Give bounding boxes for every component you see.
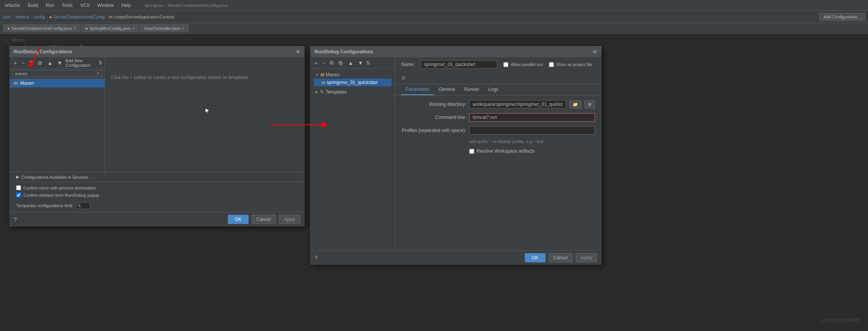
dialog2-ok-button[interactable]: OK	[525, 253, 545, 262]
dialog1-footer-buttons: OK Cancel Apply	[228, 215, 300, 224]
menu-refactor[interactable]: refactor	[3, 2, 22, 9]
tab-parameters[interactable]: Parameters	[401, 84, 434, 95]
dialog1-help-button[interactable]: ?	[14, 216, 17, 222]
menu-vcs[interactable]: VCS	[79, 2, 91, 9]
tab-general[interactable]: General	[434, 84, 460, 95]
dialog2-cancel-button[interactable]: Cancel	[549, 253, 573, 262]
tree-item-springmvc[interactable]: m springmvc_01_quickstart	[314, 79, 391, 86]
file-tab-close-user[interactable]: ✕	[182, 26, 185, 31]
option-rerun-label: Confirm rerun with process termination	[23, 186, 96, 190]
dialog1-cancel-button[interactable]: Cancel	[252, 215, 276, 224]
dialog2-up-button[interactable]: ▲	[346, 59, 355, 67]
tab-logs[interactable]: Logs	[484, 84, 503, 95]
menu-window[interactable]: Window	[96, 2, 115, 9]
bc-class[interactable]: ServletContainersInitConfig	[53, 15, 105, 19]
dialog1-footer: ? OK Cancel Apply	[10, 212, 304, 226]
dialog2-remove-button[interactable]: −	[321, 59, 327, 67]
bc-itheima[interactable]: itheima	[15, 15, 29, 19]
temp-limit-input[interactable]	[76, 202, 90, 209]
menu-bar: refactor Build Run Tools VCS Window Help…	[0, 0, 868, 11]
bc-method[interactable]: createServletApplicationContext	[114, 15, 174, 19]
option-rerun-checkbox[interactable]	[16, 185, 21, 190]
templates-label: Templates	[326, 89, 347, 95]
dialog1-list: m Maven	[10, 79, 105, 172]
config-name-input[interactable]	[421, 60, 497, 69]
dialog2-footer-buttons: OK Cancel Apply	[525, 253, 597, 262]
tree-templates-header[interactable]: ▶ ✎ Templates	[314, 88, 391, 96]
option-deletion-checkbox[interactable]	[16, 193, 21, 198]
dialog2-sort-button[interactable]: ⇅	[366, 60, 370, 66]
dialog1-sort-button[interactable]: ⇅	[98, 60, 102, 66]
file-tab-servlet[interactable]: ● ServletContainersInitConfig.java ✕	[3, 24, 80, 32]
working-directory-browse-button[interactable]: 📁	[569, 100, 581, 109]
maven-group-label: Maven	[326, 72, 339, 77]
command-line-input[interactable]	[469, 113, 595, 122]
allow-parallel-row: Allow parallel run	[503, 62, 543, 67]
resolve-workspace-label: Resolve Workspace artifacts	[477, 148, 535, 154]
dialog1-close-button[interactable]: ✕	[296, 49, 300, 55]
dialog2-settings-button[interactable]: ⚙	[337, 59, 345, 67]
maven-icon: m	[14, 81, 18, 86]
bc-config[interactable]: config	[34, 15, 45, 19]
resolve-workspace-checkbox[interactable]	[469, 149, 474, 154]
dialog1-add-button[interactable]: +	[12, 59, 18, 67]
bc-com[interactable]: com	[3, 15, 11, 19]
file-tab-icon-springmvc: ●	[85, 26, 88, 31]
dialog2-tabs: Parameters General Runner Logs	[395, 84, 601, 96]
dialog1-right-panel: Click the + button to create a new confi…	[105, 57, 304, 172]
menu-tools[interactable]: Tools	[60, 2, 74, 9]
list-item-maven[interactable]: m Maven	[10, 79, 105, 87]
dialog1-down-button[interactable]: ▼	[56, 59, 64, 67]
menu-run[interactable]: Run	[44, 2, 56, 9]
dialog1-search-clear[interactable]: ✕	[96, 71, 100, 76]
dialog1-settings-button[interactable]: ⚙	[36, 59, 44, 67]
file-tab-close-springmvc[interactable]: ✕	[132, 26, 135, 31]
dialog1-copy-button[interactable]: ⧉	[28, 59, 34, 67]
file-tab-close-servlet[interactable]: ✕	[73, 26, 76, 31]
dialog2-right-panel: Name: Allow parallel run Store as projec…	[395, 57, 601, 250]
file-tab-springmvc[interactable]: ● SpringMvcConfig.java ✕	[81, 24, 139, 32]
breadcrumb-bar: com › itheima › config › ● ServletContai…	[0, 11, 868, 23]
dialog1-toolbar: + − ⧉ ⚙ ▲ ▼ Add New Configuration ⇅	[10, 57, 105, 69]
dialog1-temp-limit-row: Temporary configurations limit:	[10, 201, 304, 212]
maven-expand-icon: ▼	[315, 73, 319, 77]
dialog2-copy-button[interactable]: ⧉	[328, 59, 335, 67]
dialog1-hint-text: Click the + button to create a new confi…	[111, 75, 298, 80]
line-prefix-text: Sprin	[11, 38, 24, 43]
dialog2-add-button[interactable]: +	[313, 59, 319, 67]
add-configuration-button[interactable]: Add Configuration...	[819, 13, 865, 21]
profiles-input[interactable]	[469, 126, 595, 135]
dialog2-apply-button[interactable]: Apply	[576, 253, 597, 262]
file-tab-label-servlet: ServletContainersInitConfig.java	[11, 26, 72, 31]
tab-runner[interactable]: Runner	[460, 84, 484, 95]
store-as-project-label: Store as project file	[556, 62, 592, 67]
dialog1-services-section: ▶ Configurations Available in Services	[10, 172, 304, 182]
dialog1-search-input[interactable]	[12, 70, 102, 77]
dialog1-search-area: ✕	[10, 69, 105, 79]
menu-build[interactable]: Build	[26, 2, 40, 9]
working-directory-input[interactable]	[469, 100, 566, 109]
dialog2-down-button[interactable]: ▼	[356, 59, 365, 67]
tree-maven-header[interactable]: ▼ M Maven	[314, 71, 391, 79]
option-deletion-label: Confirm deletion from Run/Debug popup	[23, 193, 99, 198]
dialog2-close-button[interactable]: ✕	[593, 49, 597, 55]
breadcrumb: com › itheima › config › ● ServletContai…	[3, 15, 174, 19]
store-gear-button[interactable]: ⚙	[401, 75, 406, 81]
allow-parallel-label: Allow parallel run	[511, 62, 543, 67]
command-line-label: Command line:	[401, 115, 466, 120]
dialog2-help-button[interactable]: ?	[314, 255, 318, 261]
option-deletion: Confirm deletion from Run/Debug popup	[16, 193, 298, 198]
file-tab-user[interactable]: UserController.java ✕	[140, 24, 189, 32]
file-tab-label-springmvc: SpringMvcConfig.java	[89, 26, 130, 31]
dialog1-ok-button[interactable]: OK	[228, 215, 248, 224]
menu-help[interactable]: Help	[120, 2, 133, 9]
allow-parallel-checkbox[interactable]	[503, 62, 508, 67]
dialog1-apply-button[interactable]: Apply	[279, 215, 300, 224]
dialog1-up-button[interactable]: ▲	[46, 59, 54, 67]
working-directory-macro-button[interactable]: ⊞	[585, 100, 595, 109]
dialog2-header-row: Name: Allow parallel run Store as projec…	[395, 57, 601, 84]
store-as-project-checkbox[interactable]	[549, 62, 554, 67]
working-directory-label: Working directory:	[401, 102, 466, 107]
dialog1-remove-button[interactable]: −	[20, 59, 26, 67]
dialog1-services-toggle[interactable]: ▶ Configurations Available in Services	[16, 175, 298, 179]
